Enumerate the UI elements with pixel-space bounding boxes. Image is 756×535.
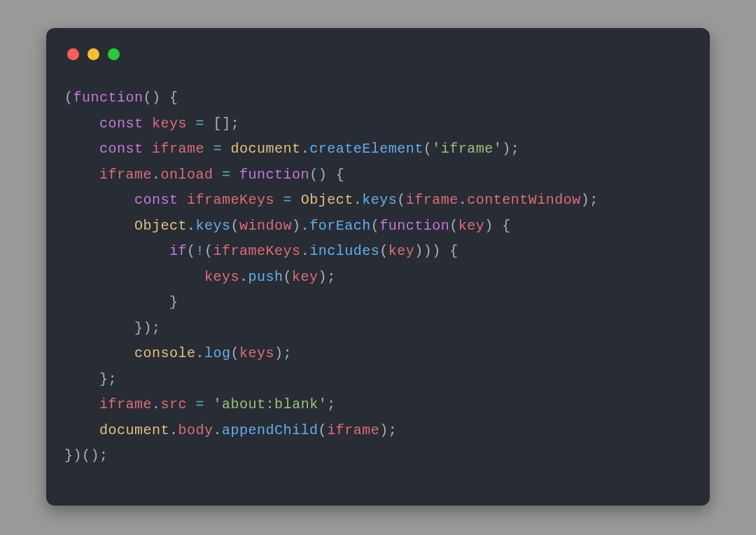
code-line: };: [64, 367, 692, 393]
code-token: [187, 396, 196, 412]
code-line: iframe.src = 'about:blank';: [64, 392, 692, 418]
code-token: key: [292, 269, 318, 285]
code-token: ;: [152, 320, 161, 336]
code-token: keys: [152, 116, 187, 132]
code-token: (: [379, 243, 388, 259]
code-token: ): [318, 167, 336, 183]
code-token: (: [318, 422, 328, 438]
close-icon[interactable]: [67, 48, 79, 60]
code-token: .: [354, 192, 363, 208]
code-token: contentWindow: [467, 192, 581, 208]
code-line: console.log(keys);: [64, 341, 692, 367]
code-token: .: [214, 422, 223, 438]
code-line: if(!(iframeKeys.includes(key))) {: [64, 239, 692, 265]
code-line: document.body.appendChild(iframe);: [64, 418, 692, 444]
code-token: (: [204, 243, 214, 259]
code-token: [178, 192, 188, 208]
code-token: .: [458, 192, 468, 208]
code-token: log: [204, 345, 231, 361]
code-token: =: [196, 396, 205, 412]
code-token: document: [99, 422, 169, 438]
code-token: ;: [327, 396, 336, 412]
code-token: =: [196, 116, 205, 132]
code-token: keys: [362, 192, 397, 208]
code-token: ): [144, 320, 153, 336]
code-token: .: [301, 218, 310, 234]
code-token: ): [424, 243, 433, 259]
code-token: function: [74, 90, 144, 106]
code-token: (: [449, 218, 458, 234]
window-titlebar: [67, 43, 692, 64]
code-token: src: [161, 396, 188, 412]
code-token: .: [239, 269, 248, 285]
code-token: (: [397, 192, 406, 208]
code-token: function: [379, 218, 449, 234]
code-token: }: [99, 371, 108, 387]
code-token: }: [64, 447, 74, 464]
code-token: ): [74, 447, 83, 464]
code-token: =: [222, 167, 231, 183]
code-line: }: [64, 290, 692, 316]
code-token: (: [371, 218, 380, 234]
code-token: .: [152, 396, 161, 412]
code-token: [274, 192, 284, 208]
code-token: {: [449, 243, 458, 259]
code-token: ): [379, 422, 388, 438]
code-token: .: [169, 422, 178, 438]
code-token: ): [152, 90, 169, 106]
code-token: ): [484, 218, 502, 234]
code-token: keys: [204, 269, 239, 285]
code-token: .: [196, 345, 205, 361]
code-token: {: [169, 90, 178, 106]
code-token: [144, 141, 153, 157]
code-token: Object: [301, 192, 354, 208]
code-line: const iframeKeys = Object.keys(iframe.co…: [64, 188, 692, 214]
code-token: ): [274, 345, 284, 361]
code-line: const iframe = document.createElement('i…: [64, 137, 692, 162]
code-token: window: [239, 218, 292, 234]
code-token: document: [231, 141, 301, 157]
code-token: ): [581, 192, 590, 208]
code-token: if: [169, 243, 187, 259]
code-token: (: [144, 90, 153, 106]
code-line: iframe.onload = function() {: [64, 162, 692, 188]
code-token: =: [284, 192, 293, 208]
code-token: (: [64, 90, 74, 106]
code-line: const keys = [];: [64, 111, 692, 137]
code-token: [187, 116, 196, 132]
code-token: [231, 167, 240, 183]
code-token: (: [231, 345, 240, 361]
code-token: .: [301, 243, 310, 259]
code-line: });: [64, 316, 692, 342]
minimize-icon[interactable]: [88, 48, 99, 60]
code-token: ): [318, 269, 328, 285]
code-token: ): [414, 243, 424, 259]
code-token: ;: [231, 116, 240, 132]
code-token: [204, 396, 214, 412]
code-token: .: [152, 167, 161, 183]
code-token: (: [424, 141, 433, 157]
code-line: (function() {: [64, 85, 692, 111]
code-token: iframeKeys: [214, 243, 301, 259]
code-token: ;: [388, 422, 398, 438]
code-token: [204, 116, 214, 132]
code-token: iframe: [406, 192, 458, 208]
code-token: [222, 141, 231, 157]
code-token: const: [99, 116, 144, 132]
code-token: ;: [108, 371, 118, 387]
code-token: function: [239, 167, 309, 183]
maximize-icon[interactable]: [108, 48, 120, 60]
code-token: ): [292, 218, 301, 234]
code-token: [204, 141, 214, 157]
code-token: ): [502, 141, 511, 157]
code-token: ;: [327, 269, 336, 285]
code-line: Object.keys(window).forEach(function(key…: [64, 214, 692, 239]
code-token: iframeKeys: [187, 192, 274, 208]
code-token: const: [134, 192, 178, 208]
code-token: ): [91, 447, 100, 464]
code-token: const: [99, 141, 144, 157]
code-token: .: [301, 141, 310, 157]
code-token: keys: [239, 345, 274, 361]
code-token: [: [214, 116, 223, 132]
code-token: }: [134, 320, 144, 336]
